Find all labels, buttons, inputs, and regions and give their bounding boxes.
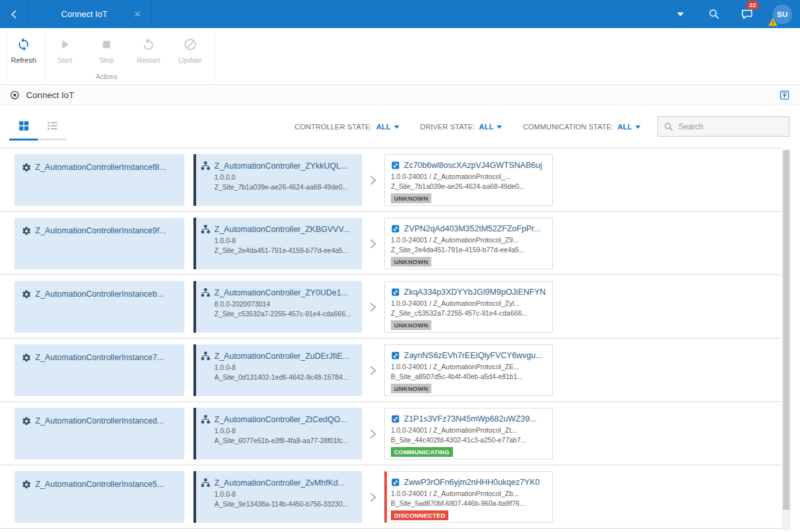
controller-version: 1.0.0-8 [214, 363, 357, 371]
instance-name: Z_AutomationControllerInstance9f... [35, 226, 179, 235]
filters-group: CONTROLLER STATE: ALL DRIVER STATE: ALL … [295, 123, 641, 131]
update-label: Update [178, 56, 201, 64]
controllers-table: Z_AutomationControllerInstancef8... Z_Au… [0, 148, 782, 532]
driver-version: 1.0.0-24001 / Z_AutomationProtocol_... [391, 173, 547, 180]
chevron-right-icon [363, 212, 382, 275]
driver-card[interactable]: ZVPN2qAd403M352tM52ZFZoFpPr... 1.0.0-240… [384, 218, 553, 269]
chevron-down-icon [677, 12, 684, 16]
instance-name: Z_AutomationControllerInstance5... [35, 480, 179, 489]
controller-card[interactable]: Z_AutomationController_ZuDErJfiE... 1.0.… [193, 344, 362, 396]
tab-connect-iot[interactable]: Connect IoT [29, 0, 152, 28]
stop-label: Stop [99, 56, 114, 64]
gear-icon [22, 226, 31, 236]
table-row: Z_AutomationControllerInstance5... Z_Aut… [0, 465, 782, 529]
controller-card[interactable]: Z_AutomationController_ZtCedQO... 1.0.0-… [193, 408, 362, 459]
notifications-button[interactable]: 32 [739, 5, 755, 24]
restart-button[interactable]: Restart [129, 35, 167, 75]
hierarchy-icon [201, 478, 210, 488]
communication-state-label: COMMUNICATION STATE: [523, 123, 613, 131]
status-badge: UNKNOWN [391, 257, 431, 267]
controller-version: 1.0.0-8 [214, 237, 357, 244]
gear-icon [22, 416, 31, 426]
user-avatar[interactable]: SU [773, 5, 792, 24]
driver-version: 1.0.0-24001 / Z_AutomationProtocol_Z9... [391, 236, 547, 244]
driver-state-filter[interactable]: DRIVER STATE: ALL [420, 123, 502, 131]
communication-state-filter[interactable]: COMMUNICATION STATE: ALL [523, 123, 641, 131]
driver-card[interactable]: Z1P1s3VFz73N45mWp682uWZ39... 1.0.0-24001… [384, 408, 553, 459]
refresh-icon [16, 37, 31, 52]
warning-icon [768, 17, 778, 27]
driver-version: 1.0.0-24001 / Z_AutomationProtocol_Zb... [391, 490, 547, 497]
instance-name: Z_AutomationControllerInstanced... [35, 416, 179, 425]
dock-panel-button[interactable] [778, 88, 791, 101]
controller-version: 1.0.0-8 [214, 427, 357, 435]
protocol-icon [391, 478, 400, 487]
instance-name: Z_AutomationControllerInstance7... [35, 353, 179, 362]
controller-name: Z_AutomationController_ZuDErJfiE... [214, 352, 357, 361]
update-icon [183, 37, 197, 52]
status-badge: DISCONNECTED [391, 510, 448, 520]
start-label: Start [57, 56, 72, 64]
controller-version: 1.0.0.0 [214, 173, 357, 181]
driver-version: 1.0.0-24001 / Z_AutomationProtocol_Zyl..… [391, 299, 547, 307]
controller-state-label: CONTROLLER STATE: [295, 123, 373, 131]
driver-card[interactable]: ZaynNS6zEVh7rEEIQlyFVCY6wvgu... 1.0.0-24… [384, 344, 553, 396]
gear-icon [22, 353, 31, 363]
back-button[interactable] [0, 0, 29, 28]
controller-instance-card[interactable]: Z_AutomationControllerInstanceb... [14, 281, 184, 333]
controller-name: Z_AutomationController_ZKBGVVV... [214, 225, 357, 234]
controller-state-value: ALL [376, 123, 390, 131]
connect-iot-icon [9, 90, 20, 101]
page-header: Connect IoT [0, 85, 800, 105]
stop-button[interactable]: Stop [88, 35, 125, 75]
search-input[interactable] [678, 122, 784, 131]
controller-state-filter[interactable]: CONTROLLER STATE: ALL [295, 123, 399, 131]
driver-site: B_Site_5ad870bf-6807-446b-960a-ba9f76... [391, 499, 547, 507]
driver-version: 1.0.0-24001 / Z_AutomationProtocol_Zt... [391, 426, 547, 434]
driver-card[interactable]: ZkqA334p3XDYYbJGI9M9pOJiENFYN 1.0.0-2400… [384, 281, 553, 333]
start-button[interactable]: Start [46, 35, 84, 75]
global-search-button[interactable] [706, 5, 722, 24]
gear-icon [22, 163, 31, 173]
hierarchy-icon [201, 351, 210, 361]
controller-instance-card[interactable]: Z_AutomationControllerInstanced... [14, 408, 184, 459]
driver-site: B_Site_a8507d5c-4b4f-40eb-a5d4-e81b1... [391, 373, 547, 380]
protocol-icon [391, 288, 400, 297]
driver-name: ZwwP3rOFn6yjm2nHHH0ukqez7YK0 [404, 478, 547, 487]
controller-site: A_Site_9e13438a-114b-4450-b756-33230... [214, 500, 357, 508]
driver-site: Z_Site_7b1a039e-ae26-4624-aa68-49de0... [391, 182, 547, 190]
grid-view-toggle[interactable] [9, 113, 38, 141]
menu-dropdown-button[interactable] [673, 5, 688, 24]
driver-name: Z1P1s3VFz73N45mWp682uWZ39... [404, 414, 547, 424]
driver-name: Zc70b6wl8oscXAzpVJ4GWTSNAB6uj [404, 161, 547, 170]
chevron-right-icon [363, 339, 382, 402]
controller-instance-card[interactable]: Z_AutomationControllerInstance7... [14, 344, 184, 396]
controller-version: 8.0.0-2020073014 [214, 300, 357, 308]
scrollbar-thumb[interactable] [783, 150, 790, 510]
top-bar: Connect IoT 32 SU [0, 0, 800, 28]
controller-card[interactable]: Z_AutomationController_ZvMhfKd... 1.0.0-… [193, 471, 362, 523]
refresh-button[interactable]: Refresh [5, 35, 42, 75]
page-title: Connect IoT [26, 90, 75, 100]
controller-name: Z_AutomationController_ZYkkUQL... [214, 161, 357, 171]
protocol-icon [391, 224, 400, 233]
controller-instance-card[interactable]: Z_AutomationControllerInstancef8... [14, 154, 184, 206]
chevron-right-icon [363, 275, 382, 339]
topbar-actions: 32 SU [673, 5, 800, 24]
controller-site: A_Site_6077e51b-e3f8-4fa9-aa77-28f01fc..… [214, 437, 357, 444]
controller-card[interactable]: Z_AutomationController_ZYkkUQL... 1.0.0.… [193, 154, 362, 206]
controller-instance-card[interactable]: Z_AutomationControllerInstance9f... [14, 218, 184, 269]
driver-card[interactable]: Zc70b6wl8oscXAzpVJ4GWTSNAB6uj 1.0.0-2400… [384, 154, 553, 206]
driver-card[interactable]: ZwwP3rOFn6yjm2nHHH0ukqez7YK0 1.0.0-24001… [384, 471, 553, 523]
controller-name: Z_AutomationController_ZvMhfKd... [214, 478, 357, 488]
update-button[interactable]: Update [171, 35, 209, 75]
protocol-icon [391, 161, 400, 170]
restart-icon [141, 37, 156, 52]
controller-card[interactable]: Z_AutomationController_ZKBGVVV... 1.0.0-… [193, 218, 362, 269]
tab-close-button[interactable] [131, 8, 143, 20]
controller-instance-card[interactable]: Z_AutomationControllerInstance5... [14, 471, 184, 523]
table-row: Z_AutomationControllerInstanced... Z_Aut… [0, 402, 782, 465]
chevron-right-icon [363, 402, 382, 465]
list-view-toggle[interactable] [38, 113, 67, 141]
controller-card[interactable]: Z_AutomationController_ZY0UDe1... 8.0.0-… [193, 281, 362, 333]
